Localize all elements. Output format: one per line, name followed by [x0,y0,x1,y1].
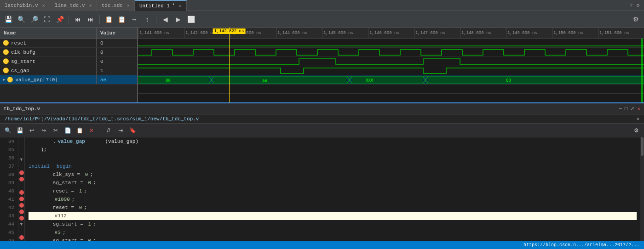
tab-latch2bin-label: latch2bin.v [5,3,38,8]
toolbar: 💾 🔍 🔎 ⛶ 📌 ⏮ ⏭ 📋 📋 ↔ ↕ ◀ ▶ ⬜ ⚙ [0,11,644,28]
code-line-42: reset = 0; [29,204,637,212]
wave-svg-sg-start [138,57,644,66]
filepath-close[interactable]: ✕ [636,116,639,122]
delete-button[interactable]: ✕ [86,125,97,136]
bp-42[interactable] [19,190,24,195]
settings-editor-button[interactable]: ⚙ [631,125,641,136]
line-numbers: 34 35 36 37 38 39 40 41 42 43 44 45 46 4… [0,137,18,241]
expand-h-button[interactable]: ↔ [129,14,140,25]
signal-icon-clk-bufg: 🟡 [3,49,9,55]
copy-editor-button[interactable]: 📄 [63,125,73,136]
signal-value-value-gap: ae [97,77,106,83]
go-start-button[interactable]: ⏮ [72,14,83,25]
tab-tdc-xdc-close[interactable]: ✕ [127,3,130,8]
bp-45[interactable] [19,209,24,214]
save-editor-button[interactable]: 💾 [15,125,25,136]
redo-button[interactable]: ↪ [39,125,49,136]
tab-line-tdc[interactable]: line_tdc.v ✕ [50,0,97,11]
help-question[interactable]: ? [630,3,633,8]
signal-icon-sg-start: 🟡 [3,58,9,64]
wave-row-value-gap: 00 ae XXX 00 [138,75,644,85]
bookmark-button[interactable]: 🔖 [127,125,138,136]
go-end-button[interactable]: ⏭ [85,14,96,25]
editor-titlebar: tb_tdc_top.v ─ □ ⤢ ✕ [0,103,644,114]
code-line-37: initial begin [29,162,637,170]
maximize-button[interactable]: ⤢ [630,106,634,112]
expand-v-button[interactable]: ↕ [142,14,153,25]
tab-help: ? ⚙ [630,2,644,8]
comment-button[interactable]: // [104,125,114,136]
code-line-38: clk_sys = 0; [29,170,637,179]
settings-gear-icon[interactable]: ⚙ [636,2,639,8]
zoom-in-button[interactable]: 🔍 [16,14,27,25]
code-line-36 [29,154,637,162]
tab-untitled[interactable]: Untitled 1 * ✕ [135,0,187,11]
settings-button[interactable]: ⚙ [630,14,641,25]
minimize-button[interactable]: ─ [619,106,622,112]
waveform-display[interactable]: 1,142.822 ns 1,141.000 ns 1,142.000 ns 1… [138,28,644,102]
svg-rect-2 [214,77,347,83]
close-button[interactable]: ✕ [637,106,640,112]
toolbar-sep-3 [156,15,156,24]
paste-editor-button[interactable]: 📋 [75,125,85,136]
tab-tdc-xdc[interactable]: tdc.xdc ✕ [97,0,135,11]
signal-name-clk-bufg: 🟡 clk_bufg [0,48,97,57]
bp-40[interactable] [19,177,24,181]
editor-panel: tb_tdc_top.v ─ □ ⤢ ✕ /home/lcl/Prj/Vivad… [0,103,644,249]
scrollbar[interactable] [640,137,644,241]
tab-line-tdc-label: line_tdc.v [55,3,85,8]
wave-row-cs-gap [138,66,644,75]
tab-latch2bin[interactable]: latch2bin.v ✕ [0,0,50,11]
signal-name-sg-start: 🟡 sg_start [0,57,97,66]
next-button[interactable]: ▶ [172,14,184,25]
marker-button[interactable]: ⬜ [185,14,196,25]
tab-tdc-xdc-label: tdc.xdc [102,3,123,8]
zoom-lock-button[interactable]: 📌 [54,14,65,25]
svg-rect-1 [138,77,209,83]
code-area[interactable]: .value_gap (value_gap) ); initial begin … [25,137,640,241]
bp-44[interactable] [19,203,24,208]
wave-row-clk-bufg [138,48,644,57]
zoom-out-button[interactable]: 🔎 [29,14,40,25]
code-line-41: #1000; [29,195,637,204]
code-line-43: #112 [29,212,637,220]
signal-row-reset[interactable]: 🟡 reset 0 [0,39,137,48]
toolbar-sep-2 [99,15,100,24]
tab-untitled-close[interactable]: ✕ [179,3,182,9]
tab-line-tdc-close[interactable]: ✕ [89,3,92,8]
editor-content[interactable]: 34 35 36 37 38 39 40 41 42 43 44 45 46 4… [0,137,644,241]
signal-row-value-gap[interactable]: ▶ 🟡 value_gap[7:0] ae [0,75,137,85]
bp-39[interactable] [19,170,24,175]
svg-text:XXX: XXX [366,78,374,83]
paste-button[interactable]: 📋 [116,14,127,25]
signal-row-clk-bufg[interactable]: 🟡 clk_bufg 0 [0,48,137,57]
zoom-fit-button[interactable]: ⛶ [41,14,52,25]
collapse-47[interactable]: ▼ [20,222,23,227]
cursor-line [229,28,230,102]
copy-button[interactable]: 📋 [103,14,114,25]
restore-button[interactable]: □ [625,106,628,112]
svg-text:00: 00 [166,78,171,83]
indent-button[interactable]: ⇥ [115,125,126,136]
tab-latch2bin-close[interactable]: ✕ [42,3,45,8]
cut-button[interactable]: ✂ [51,125,61,136]
bp-46[interactable] [19,216,24,221]
undo-button[interactable]: ↩ [27,125,37,136]
wave-svg-empty [138,85,644,94]
scrollbar-thumb[interactable] [641,137,644,156]
svg-rect-3 [352,77,423,83]
wave-row-empty [138,85,644,94]
prev-button[interactable]: ◀ [160,14,171,25]
bp-43[interactable] [19,197,24,201]
signal-name-cs-gap: 🟡 cs_gap [0,66,97,75]
bp-49[interactable] [19,235,24,240]
collapse-37[interactable]: ▼ [20,158,23,162]
toolbar-sep-1 [69,15,69,24]
expand-icon-value-gap[interactable]: ▶ [3,77,5,82]
save-button[interactable]: 💾 [3,14,14,25]
signal-list: Name Value 🟡 reset 0 🟡 clk_bufg 0 🟡 sg_s… [0,28,138,102]
search-editor-button[interactable]: 🔍 [3,125,13,136]
signal-row-cs-gap[interactable]: 🟡 cs_gap 1 [0,66,137,75]
signal-value-reset: 0 [97,40,104,46]
signal-row-sg-start[interactable]: 🟡 sg_start 0 [0,57,137,66]
